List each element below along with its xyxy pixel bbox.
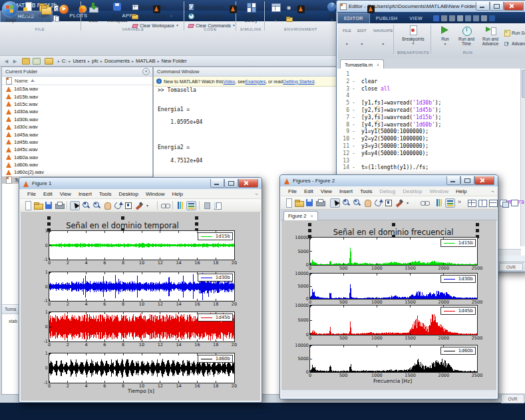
tab-figure2[interactable]: Figure 2 × (283, 211, 318, 220)
help-quick-icon[interactable] (489, 15, 495, 21)
menu-view[interactable]: View (60, 191, 71, 197)
ribbon-save-workspace[interactable]: Save Workspace (104, 2, 130, 23)
close-button[interactable] (238, 179, 258, 188)
code-line[interactable]: 14-t=(1:length(y1))./fs; (337, 164, 525, 172)
ribbon-simulink[interactable]: Simulink Library (238, 2, 264, 23)
ribbon-run-time[interactable]: Run and Time (456, 25, 477, 46)
code-line[interactable]: 6-[y2,fs]=wavread('1d45b'); (337, 107, 525, 114)
undo-quick-icon[interactable] (465, 15, 471, 21)
breadcrumb[interactable]: ▸C:▸Users▸pfc▸Documents▸MATLAB▸New Folde… (56, 58, 187, 64)
file-row[interactable]: 1d60b.wav (2, 161, 152, 168)
open-icon[interactable] (33, 201, 43, 210)
legend-icon[interactable] (186, 201, 196, 210)
editor-tab-publish[interactable]: PUBLISH (370, 13, 404, 23)
breadcrumb-segment[interactable]: Documents (104, 58, 130, 64)
menu-edit[interactable]: Edit (43, 191, 53, 197)
panel-actions-icon[interactable]: ▾ (142, 68, 150, 75)
file-row[interactable]: 1d60c(2).wav (2, 168, 152, 176)
menu-edit[interactable]: Edit (304, 188, 313, 194)
menubar-pin-icon[interactable]: ¬ (491, 189, 494, 194)
ribbon-run-time[interactable]: Run and Time (188, 12, 224, 20)
code-line[interactable]: 5-[y1,fs]=wavread('1d30b'); (337, 100, 525, 107)
editor-titlebar[interactable]: Editor - C:\Users\pfc\Documents\MATLAB\N… (337, 1, 525, 12)
menu-insert[interactable]: Insert (79, 191, 92, 197)
print-quick-icon[interactable] (481, 15, 487, 21)
figure2-titlebar[interactable]: Figures - Figure 2 (280, 175, 498, 186)
command-window-output[interactable]: >> Tomasella Energia1 = 1.0595e+04 Energ… (158, 87, 202, 164)
close-button[interactable] (474, 176, 494, 185)
breadcrumb-segment[interactable]: MATLAB (136, 58, 155, 64)
editor-tab-editor[interactable]: EDITOR (337, 13, 370, 23)
brush-arrow-icon[interactable]: ▾ (405, 198, 415, 208)
brush-arrow-icon[interactable]: ▾ (145, 201, 154, 210)
colorbar-icon[interactable] (176, 201, 185, 210)
pan-icon[interactable] (363, 198, 372, 208)
file-list-header[interactable]: Name (2, 77, 152, 85)
print-icon[interactable] (55, 201, 64, 210)
new-doc-icon[interactable] (23, 201, 32, 210)
save-quick-icon[interactable] (433, 15, 439, 21)
rotate-icon[interactable] (113, 201, 122, 210)
ribbon-new[interactable]: New▼ (21, 2, 35, 23)
ribbon-new-variable[interactable]: New Variable (132, 3, 166, 11)
menu-window[interactable]: Window (146, 191, 164, 197)
tab-tomasella-m[interactable]: Tomasella.m × (340, 59, 384, 69)
minimize-button[interactable] (446, 176, 460, 185)
overflow-icon[interactable]: » (456, 198, 466, 208)
menu-desktop[interactable]: Desktop (119, 191, 138, 197)
code-line[interactable]: 4 (337, 93, 525, 100)
plottools-on-icon[interactable] (213, 201, 222, 210)
maximize-button[interactable] (224, 179, 238, 188)
zoom-in-icon[interactable] (81, 201, 90, 210)
tile2h-icon[interactable] (488, 198, 498, 208)
breadcrumb-segment[interactable]: Users (73, 58, 86, 64)
menu-window[interactable]: Window (430, 188, 448, 194)
menu-file[interactable]: File (27, 191, 36, 197)
pan-icon[interactable] (102, 201, 112, 210)
zoom-in-icon[interactable] (341, 198, 351, 208)
cursor-icon[interactable] (70, 201, 80, 210)
legend-icon[interactable] (445, 198, 455, 208)
code-line[interactable]: 8-[y4,fs]=wavread('1d60b'); (337, 122, 525, 129)
breadcrumb-segment[interactable]: pfc (92, 58, 98, 64)
brush-icon[interactable] (395, 198, 404, 208)
print-icon[interactable] (315, 198, 325, 208)
plottools-off-icon[interactable] (202, 201, 212, 210)
browse-folder-icon[interactable] (33, 58, 41, 65)
menubar-pin-icon[interactable]: ¬ (255, 192, 258, 196)
forward-icon[interactable]: ► (12, 58, 18, 65)
dock-icon[interactable] (510, 198, 519, 208)
maximize-button[interactable] (490, 2, 504, 11)
zoom-out-icon[interactable] (352, 198, 361, 208)
menu-debug[interactable]: Debug (380, 188, 396, 194)
save-icon[interactable] (305, 198, 314, 208)
editor-vscrollbar[interactable] (520, 69, 525, 246)
brush-icon[interactable] (134, 201, 144, 210)
getting-started-link[interactable]: Getting Started (283, 79, 314, 84)
breadcrumb-segment[interactable]: New Folder (161, 58, 186, 64)
cut-quick-icon[interactable] (441, 15, 447, 21)
code-line[interactable]: 1 (337, 71, 525, 79)
save-icon[interactable] (44, 201, 53, 210)
menu-tools[interactable]: Tools (99, 191, 112, 197)
ribbon-run-advance[interactable]: Run and Advance (480, 25, 501, 46)
menu-help[interactable]: Help (456, 188, 466, 194)
code-line[interactable]: 9-y1=y1(50000:1000000); (337, 128, 525, 136)
examples-link[interactable]: Examples (245, 79, 265, 84)
ribbon-run[interactable]: Run▼ (435, 25, 456, 46)
datacursor-icon[interactable] (124, 201, 133, 210)
editor-col-edit[interactable]: EDIT▼ (357, 29, 367, 46)
close-button[interactable] (504, 2, 524, 11)
breadcrumb-segment[interactable]: C: (62, 58, 67, 64)
colorbar-icon[interactable] (435, 198, 444, 208)
menu-tools[interactable]: Tools (360, 188, 373, 194)
menu-file[interactable]: File (288, 188, 297, 194)
breakpoints-button[interactable]: Breakpoints▼ (399, 25, 428, 45)
file-row[interactable]: 1d30b.wav (2, 116, 152, 123)
up-folder-icon[interactable] (22, 58, 30, 65)
link-icon[interactable] (160, 201, 170, 210)
video-link[interactable]: Video (223, 79, 235, 84)
cursor-icon[interactable] (330, 198, 340, 208)
tilefloat-icon[interactable] (499, 198, 508, 208)
menu-view[interactable]: View (321, 188, 332, 194)
